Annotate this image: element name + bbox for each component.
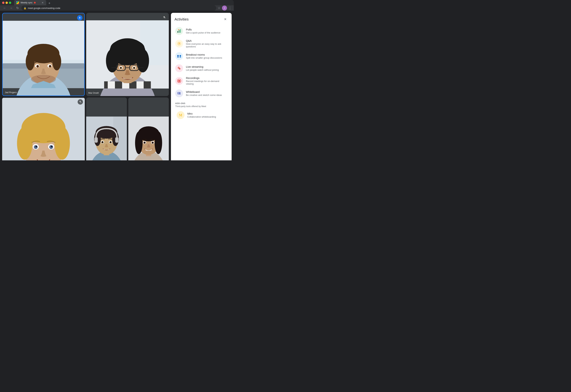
svg-point-52: [17, 127, 32, 160]
miro-text: Miro Collaborative whiteboarding: [187, 112, 216, 118]
polls-text: Polls Get a quick pulse of the audience: [186, 28, 220, 34]
recordings-text: Recordings Record meetings for on-demand…: [186, 76, 227, 85]
svg-point-106: [178, 80, 180, 82]
whiteboard-text: Whiteboard Be creative and sketch some i…: [186, 90, 222, 96]
reload-button[interactable]: ↻: [15, 5, 20, 11]
streaming-name: Live streaming: [186, 65, 219, 68]
svg-rect-26: [108, 81, 115, 88]
close-panel-button[interactable]: ✕: [222, 16, 228, 22]
svg-point-43: [133, 67, 135, 69]
lily-muted-icon: [78, 99, 83, 105]
svg-rect-72: [115, 137, 119, 142]
svg-point-104: [179, 68, 180, 69]
polls-desc: Get a quick pulse of the audience: [186, 31, 220, 34]
video-tile-lily[interactable]: Lily Smyth: [2, 98, 85, 160]
recordings-icon: [175, 77, 183, 85]
svg-point-58: [35, 146, 37, 147]
tab-bar: Weekly sync ✕ +: [14, 0, 232, 5]
whiteboard-name: Whiteboard: [186, 90, 222, 93]
whiteboard-icon: [175, 89, 183, 97]
video-tile-you[interactable]: You: [128, 98, 169, 160]
qa-text: Q&A Give everyone an easy way to ask que…: [186, 39, 227, 48]
svg-point-78: [110, 141, 111, 142]
svg-point-86: [135, 131, 142, 154]
browser-frame: Weekly sync ✕ + ← → ↻ 🔒 meet.google.com/…: [0, 0, 234, 160]
traffic-lights: [2, 2, 11, 4]
svg-point-101: [180, 55, 181, 57]
breakout-icon: [175, 52, 183, 60]
activity-item-polls[interactable]: Polls Get a quick pulse of the audience: [174, 25, 229, 37]
recordings-name: Recordings: [186, 76, 227, 80]
video-tile-jad[interactable]: Jad Rogers: [2, 13, 85, 96]
svg-rect-19: [79, 17, 80, 18]
activity-item-recordings[interactable]: Recordings Record meetings for on-demand…: [174, 74, 229, 87]
new-tab-button[interactable]: +: [47, 1, 52, 5]
tab-close-button[interactable]: ✕: [41, 1, 44, 4]
profile-avatar[interactable]: J: [222, 5, 227, 11]
activity-item-breakout[interactable]: Breakout rooms Split into smaller group …: [174, 50, 229, 62]
addons-sublabel: Third-party tools offered by Meet: [175, 105, 227, 108]
svg-point-42: [120, 67, 122, 69]
svg-point-93: [152, 142, 153, 143]
svg-point-17: [50, 65, 51, 67]
breakout-name: Breakout rooms: [186, 53, 222, 56]
svg-rect-103: [180, 56, 181, 58]
svg-point-53: [54, 127, 70, 160]
panel-content: Polls Get a quick pulse of the audience …: [171, 25, 232, 160]
svg-rect-71: [94, 137, 98, 142]
svg-point-77: [102, 141, 103, 142]
polls-icon: [175, 27, 183, 35]
video-tile-mai[interactable]: Mai Oneill: [86, 13, 169, 96]
mic-active-icon: [77, 15, 82, 20]
streaming-icon: [175, 64, 183, 72]
svg-point-10: [26, 53, 35, 70]
panel-header: Activities ✕: [171, 13, 232, 25]
activity-item-miro[interactable]: M Miro Collaborative whiteboarding: [175, 109, 227, 121]
activity-item-qa[interactable]: ? Q&A Give everyone an easy way to ask q…: [174, 37, 229, 50]
svg-rect-28: [136, 81, 144, 88]
svg-rect-95: [179, 30, 180, 33]
activities-panel: Activities ✕ Polls: [171, 13, 232, 160]
addons-label: ADD-ONS: [175, 102, 227, 104]
svg-rect-107: [179, 79, 180, 80]
lock-icon: 🔒: [24, 7, 26, 9]
miro-name: Miro: [187, 112, 216, 115]
forward-button[interactable]: →: [9, 5, 14, 11]
url-text: meet.google.com/meeting-code: [28, 7, 60, 9]
address-bar[interactable]: 🔒 meet.google.com/meeting-code: [21, 5, 216, 11]
close-window-button[interactable]: [2, 2, 4, 4]
miro-desc: Collaborative whiteboarding: [187, 115, 216, 118]
participant-label-jad: Jad Rogers: [5, 91, 16, 94]
panel-title: Activities: [175, 17, 189, 21]
svg-point-11: [52, 53, 61, 70]
activity-item-whiteboard[interactable]: Whiteboard Be creative and sketch some i…: [174, 87, 229, 99]
activity-item-streaming[interactable]: Live streaming Let people watch without …: [174, 62, 229, 74]
browser-tab[interactable]: Weekly sync ✕: [14, 0, 46, 5]
svg-rect-61: [80, 101, 81, 102]
bookmark-button[interactable]: ☆: [218, 6, 221, 10]
svg-rect-96: [180, 29, 181, 33]
video-tile-eion[interactable]: Eion Hutton: [86, 98, 127, 160]
breakout-text: Breakout rooms Split into smaller group …: [186, 53, 222, 59]
recordings-desc: Record meetings for on-demand viewing: [186, 80, 227, 85]
tab-title: Weekly sync: [20, 1, 32, 4]
svg-rect-45: [164, 16, 165, 17]
miro-icon: M: [177, 111, 184, 119]
recording-indicator: [34, 2, 36, 4]
minimize-window-button[interactable]: [5, 2, 8, 4]
browser-titlebar: Weekly sync ✕ +: [0, 0, 234, 5]
svg-point-34: [110, 39, 145, 57]
browser-more-button[interactable]: ⋮: [228, 6, 232, 10]
polls-name: Polls: [186, 28, 220, 31]
back-button[interactable]: ←: [2, 5, 7, 11]
svg-point-100: [177, 55, 179, 57]
maximize-window-button[interactable]: [9, 2, 11, 4]
qa-name: Q&A: [186, 39, 227, 42]
qa-icon: ?: [175, 40, 183, 48]
mic-muted-icon: [162, 14, 167, 20]
addons-section: ADD-ONS Third-party tools offered by Mee…: [174, 99, 229, 123]
browser-toolbar: ← → ↻ 🔒 meet.google.com/meeting-code ☆ J…: [0, 5, 234, 11]
participant-label-mai: Mai Oneill: [88, 92, 99, 94]
breakout-desc: Split into smaller group discussions: [186, 56, 222, 59]
svg-rect-102: [177, 56, 179, 58]
